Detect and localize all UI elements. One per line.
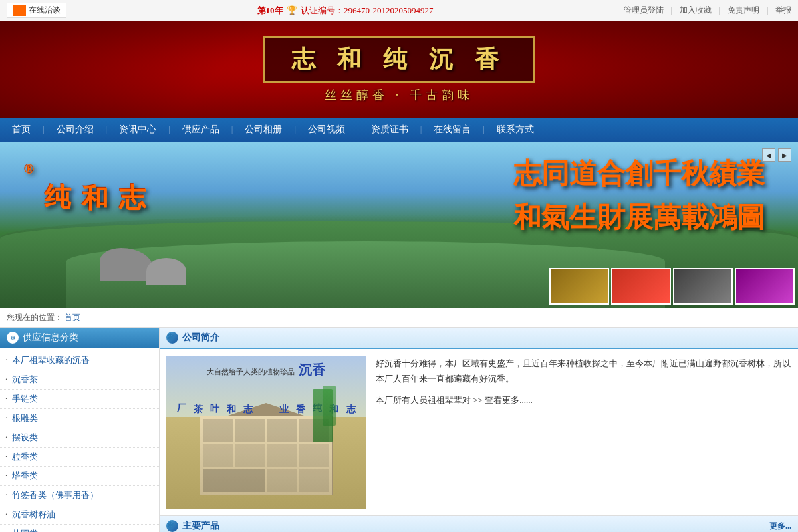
company-intro-body: 大自然给予人类的植物珍品 沉香 志和叶茶厂 志和纯香业 [160, 349, 798, 515]
admin-login-link[interactable]: 管理员登陆 [624, 5, 664, 16]
bookmark-link[interactable]: 加入收藏 [680, 5, 712, 16]
photo-top-text: 大自然给予人类的植物珍品 沉香 [166, 361, 366, 379]
sidebar: ❄ 供应信息分类 本厂祖辈收藏的沉香 沉香茶 手链类 根雕类 摆设类 粒香类 塔… [0, 328, 160, 532]
company-intro-title: 公司简介 [182, 332, 219, 344]
chat-icon [13, 5, 26, 16]
breadcrumb-label: 您现在的位置： [7, 313, 63, 322]
breadcrumb: 您现在的位置： 首页 [0, 308, 798, 328]
hero-thumb-3[interactable] [673, 268, 733, 305]
sidebar-item-3[interactable]: 根雕类 [0, 409, 159, 428]
main-content: ❄ 供应信息分类 本厂祖辈收藏的沉香 沉香茶 手链类 根雕类 摆设类 粒香类 塔… [0, 328, 798, 532]
award-icon: 🏆 [287, 5, 297, 15]
company-description: 好沉香十分难得，本厂区域有史盛产，且近百年来种植收探之中，至今本厂附近已满山遍野… [376, 356, 791, 509]
hero-line2: 和氣生財展萬載鴻圖 [513, 199, 765, 236]
banner-subtitle: 丝丝醇香 · 千古韵味 [325, 87, 473, 103]
chat-label: 在线治谈 [29, 5, 61, 16]
company-desc-p1: 好沉香十分难得，本厂区域有史盛产，且近百年来种植收探之中，至今本厂附近已满山遍野… [376, 356, 791, 387]
header-banner: 志 和 纯 沉 香 丝丝醇香 · 千古韵味 [0, 21, 798, 118]
top-bar-right: 管理员登陆 ｜ 加入收藏 ｜ 免责声明 ｜ 举报 [624, 5, 791, 16]
sidebar-item-0[interactable]: 本厂祖辈收藏的沉香 [0, 351, 159, 370]
sidebar-item-6[interactable]: 塔香类 [0, 467, 159, 486]
sidebar-header: ❄ 供应信息分类 [0, 328, 159, 348]
nav-item-home[interactable]: 首页 [0, 118, 43, 142]
nav-item-about[interactable]: 公司介绍 [45, 118, 106, 142]
hero-line1: 志同道合創千秋績業 [513, 155, 765, 192]
hero-thumb-2[interactable] [611, 268, 671, 305]
nav-item-products[interactable]: 供应产品 [170, 118, 231, 142]
products-header: ❄ 主要产品 更多... [160, 516, 798, 532]
nav-item-cert[interactable]: 资质证书 [359, 118, 420, 142]
hero-thumb-4[interactable] [735, 268, 795, 305]
hero-next-button[interactable]: ▶ [778, 148, 791, 162]
breadcrumb-home[interactable]: 首页 [65, 313, 80, 322]
section-icon-intro: ❄ [166, 332, 178, 344]
company-intro-header: ❄ 公司简介 [160, 328, 798, 349]
nav-bar: 首页 | 公司介绍 | 资讯中心 | 供应产品 | 公司相册 | 公司视频 | … [0, 118, 798, 142]
cert-area: 第10年 🏆 认证编号：296470-20120205094927 [257, 5, 434, 17]
online-chat-button[interactable]: 在线治谈 [7, 3, 66, 18]
sidebar-item-7[interactable]: 竹签香类（佛事用香） [0, 486, 159, 505]
hero-thumb-1[interactable] [549, 268, 609, 305]
sidebar-item-8[interactable]: 沉香树籽油 [0, 505, 159, 525]
top-bar: 在线治谈 第10年 🏆 认证编号：296470-20120205094927 管… [0, 0, 798, 21]
top-bar-left: 在线治谈 [7, 3, 66, 18]
company-photo: 大自然给予人类的植物珍品 沉香 志和叶茶厂 志和纯香业 [166, 356, 366, 509]
sidebar-items: 本厂祖辈收藏的沉香 沉香茶 手链类 根雕类 摆设类 粒香类 塔香类 竹签香类（佛… [0, 348, 159, 532]
cert-label: 认证编号：296470-20120205094927 [301, 5, 433, 15]
nav-item-news[interactable]: 资讯中心 [107, 118, 168, 142]
nav-item-contact[interactable]: 联系方式 [485, 118, 546, 142]
report-link[interactable]: 举报 [775, 5, 791, 16]
products-title: 主要产品 [182, 520, 219, 532]
sidebar-item-2[interactable]: 手链类 [0, 390, 159, 409]
sidebar-item-5[interactable]: 粒香类 [0, 448, 159, 467]
sidebar-title: 供应信息分类 [23, 332, 78, 344]
hero-slider: 志 和 纯 ® 志同道合創千秋績業 和氣生財展萬載鴻圖 ◀ ▶ [0, 142, 798, 308]
hero-text-left: 志 和 纯 ® [20, 162, 150, 176]
banner-title-box: 志 和 纯 沉 香 [263, 36, 535, 83]
disclaimer-link[interactable]: 免责声明 [728, 5, 759, 16]
nav-item-message[interactable]: 在线留言 [422, 118, 483, 142]
products-more-link[interactable]: 更多... [769, 521, 791, 532]
sidebar-header-icon: ❄ [7, 332, 19, 344]
company-intro-section: ❄ 公司简介 [160, 328, 798, 515]
sidebar-item-4[interactable]: 摆设类 [0, 428, 159, 448]
hero-nav-buttons: ◀ ▶ [762, 148, 791, 162]
banner-title: 志 和 纯 沉 香 [291, 43, 507, 76]
year-label: 第10年 [257, 5, 283, 15]
sidebar-item-1[interactable]: 沉香茶 [0, 370, 159, 390]
hero-thumbnails [549, 268, 795, 305]
hero-text-main: 志同道合創千秋績業 和氣生財展萬載鴻圖 [513, 155, 765, 236]
products-section: ❄ 主要产品 更多... [160, 515, 798, 532]
section-icon-products: ❄ [166, 520, 178, 532]
hero-prev-button[interactable]: ◀ [762, 148, 775, 162]
nav-item-video[interactable]: 公司视频 [296, 118, 357, 142]
right-content: ❄ 公司简介 [160, 328, 798, 532]
sidebar-item-9[interactable]: 苗圃类 [0, 525, 159, 532]
nav-item-album[interactable]: 公司相册 [233, 118, 294, 142]
photo-highlight: 沉香 [299, 362, 325, 377]
company-desc-p2: 本厂所有人员祖祖辈辈对 >> 查看更多...... [376, 392, 791, 408]
